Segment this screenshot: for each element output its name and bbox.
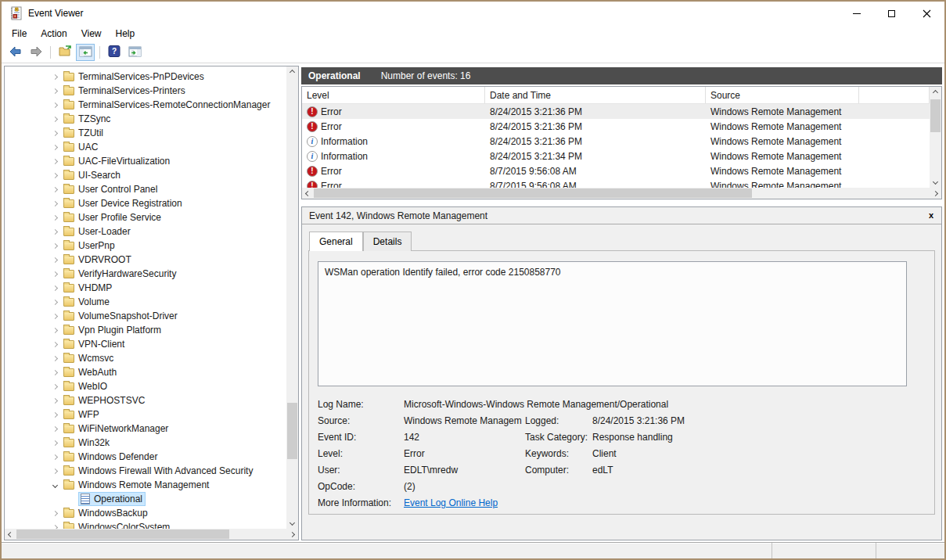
scroll-right-button[interactable] bbox=[286, 529, 298, 540]
menu-help[interactable]: Help bbox=[109, 27, 142, 41]
event-list-vscroll-thumb[interactable] bbox=[930, 99, 941, 132]
tree-item-uac-filevirtualization[interactable]: UAC-FileVirtualization bbox=[5, 154, 286, 168]
tree-item-wfp[interactable]: WFP bbox=[5, 407, 286, 422]
chevron-right-icon[interactable] bbox=[49, 183, 61, 196]
column-header-blank[interactable] bbox=[859, 87, 930, 103]
tab-general[interactable]: General bbox=[309, 232, 363, 251]
tree-item-win32k[interactable]: Win32k bbox=[5, 436, 286, 450]
tree-item-terminalservices-pnpdevices[interactable]: TerminalServices-PnPDevices bbox=[5, 70, 286, 84]
chevron-right-icon[interactable] bbox=[49, 296, 61, 308]
show-hide-console-tree-button[interactable] bbox=[76, 44, 95, 61]
event-row[interactable]: iInformation8/24/2015 3:21:36 PMWindows … bbox=[302, 134, 930, 149]
tree-item-vpn-plugin-platform[interactable]: Vpn Plugin Platform bbox=[5, 323, 286, 337]
chevron-right-icon[interactable] bbox=[49, 99, 61, 111]
chevron-right-icon[interactable] bbox=[49, 84, 61, 97]
back-button[interactable] bbox=[6, 44, 25, 61]
close-button[interactable] bbox=[909, 2, 944, 25]
chevron-right-icon[interactable] bbox=[49, 225, 61, 238]
chevron-right-icon[interactable] bbox=[49, 239, 61, 252]
tree-item-userpnp[interactable]: UserPnp bbox=[5, 239, 286, 253]
help-button[interactable]: ? bbox=[105, 44, 124, 61]
scroll-left-button[interactable] bbox=[5, 529, 16, 540]
scroll-right-button[interactable] bbox=[930, 188, 941, 199]
tree-item-vdrvroot[interactable]: VDRVROOT bbox=[5, 253, 286, 267]
chevron-right-icon[interactable] bbox=[49, 338, 61, 350]
chevron-right-icon[interactable] bbox=[49, 141, 61, 153]
chevron-right-icon[interactable] bbox=[49, 521, 61, 529]
tree-item-wephostsvc[interactable]: WEPHOSTSVC bbox=[5, 393, 286, 407]
chevron-right-icon[interactable] bbox=[49, 436, 61, 449]
tree-item-user-device-registration[interactable]: User Device Registration bbox=[5, 196, 286, 210]
column-header-source[interactable]: Source bbox=[706, 87, 859, 103]
chevron-right-icon[interactable] bbox=[49, 127, 61, 139]
tree-item-wcmsvc[interactable]: Wcmsvc bbox=[5, 351, 286, 365]
event-row[interactable]: !Error8/7/2015 9:56:08 AMWindows Remote … bbox=[302, 163, 930, 178]
event-log-online-help-link[interactable]: Event Log Online Help bbox=[404, 497, 928, 508]
tree-item-windows-defender[interactable]: Windows Defender bbox=[5, 450, 286, 464]
chevron-right-icon[interactable] bbox=[49, 70, 61, 83]
chevron-right-icon[interactable] bbox=[49, 282, 61, 294]
tree-item-volume[interactable]: Volume bbox=[5, 295, 286, 309]
chevron-right-icon[interactable] bbox=[49, 324, 61, 336]
tree-item-windows-remote-management[interactable]: Windows Remote Management bbox=[5, 478, 286, 492]
chevron-right-icon[interactable] bbox=[49, 422, 61, 435]
menu-view[interactable]: View bbox=[74, 27, 109, 41]
event-list-horizontal-scrollbar[interactable] bbox=[302, 188, 941, 199]
maximize-button[interactable] bbox=[874, 2, 909, 25]
tree-item-vhdmp[interactable]: VHDMP bbox=[5, 281, 286, 295]
tree-item-webio[interactable]: WebIO bbox=[5, 379, 286, 393]
scroll-left-button[interactable] bbox=[302, 188, 314, 199]
tree-item-verifyhardwaresecurity[interactable]: VerifyHardwareSecurity bbox=[5, 267, 286, 281]
event-list-vertical-scrollbar[interactable] bbox=[930, 87, 941, 188]
chevron-right-icon[interactable] bbox=[49, 211, 61, 224]
scroll-down-button[interactable] bbox=[286, 517, 298, 529]
tree-item-tzutil[interactable]: TZUtil bbox=[5, 126, 286, 140]
chevron-right-icon[interactable] bbox=[49, 394, 61, 407]
scroll-up-button[interactable] bbox=[286, 66, 298, 78]
event-row[interactable]: !Error8/24/2015 3:21:36 PMWindows Remote… bbox=[302, 119, 930, 134]
chevron-right-icon[interactable] bbox=[49, 267, 61, 280]
scroll-down-button[interactable] bbox=[930, 176, 941, 188]
tree-horizontal-scrollbar[interactable] bbox=[5, 529, 298, 540]
tree-item-terminalservices-remoteconnectionmanager[interactable]: TerminalServices-RemoteConnectionManager bbox=[5, 98, 286, 112]
preview-close-button[interactable]: x bbox=[929, 211, 933, 220]
chevron-right-icon[interactable] bbox=[49, 507, 61, 519]
tree-item-uac[interactable]: UAC bbox=[5, 140, 286, 154]
tree-item-ui-search[interactable]: UI-Search bbox=[5, 168, 286, 182]
tree-item-volumesnapshot-driver[interactable]: VolumeSnapshot-Driver bbox=[5, 309, 286, 323]
tree-item-windowscolorsystem[interactable]: WindowsColorSystem bbox=[5, 520, 286, 529]
chevron-right-icon[interactable] bbox=[49, 408, 61, 421]
forward-button[interactable] bbox=[27, 44, 45, 61]
chevron-down-icon[interactable] bbox=[49, 479, 61, 491]
column-header-date-and-time[interactable]: Date and Time bbox=[485, 87, 706, 103]
tree-item-webauth[interactable]: WebAuth bbox=[5, 365, 286, 379]
tree-item-terminalservices-printers[interactable]: TerminalServices-Printers bbox=[5, 84, 286, 98]
tree-item-windows-firewall-with-advanced-security[interactable]: Windows Firewall With Advanced Security bbox=[5, 464, 286, 478]
tree-item-user-profile-service[interactable]: User Profile Service bbox=[5, 210, 286, 224]
tree-item-vpn-client[interactable]: VPN-Client bbox=[5, 337, 286, 351]
tree-hscroll-thumb[interactable] bbox=[16, 529, 229, 539]
chevron-right-icon[interactable] bbox=[49, 155, 61, 167]
scroll-up-button[interactable] bbox=[930, 87, 941, 99]
tree-item-tzsync[interactable]: TZSync bbox=[5, 112, 286, 126]
open-saved-log-button[interactable] bbox=[56, 44, 74, 61]
tree-item-user-loader[interactable]: User-Loader bbox=[5, 224, 286, 239]
chevron-right-icon[interactable] bbox=[49, 310, 61, 322]
tree-item-operational[interactable]: Operational bbox=[5, 492, 286, 506]
chevron-right-icon[interactable] bbox=[49, 253, 61, 266]
chevron-right-icon[interactable] bbox=[49, 197, 61, 210]
column-header-level[interactable]: Level bbox=[302, 87, 485, 103]
tree-vscroll-thumb[interactable] bbox=[287, 403, 297, 459]
event-row[interactable]: iInformation8/24/2015 3:21:34 PMWindows … bbox=[302, 149, 930, 163]
chevron-right-icon[interactable] bbox=[49, 352, 61, 364]
chevron-right-icon[interactable] bbox=[49, 380, 61, 393]
minimize-button[interactable] bbox=[839, 2, 874, 25]
chevron-right-icon[interactable] bbox=[49, 465, 61, 477]
tree-item-wifinetworkmanager[interactable]: WiFiNetworkManager bbox=[5, 422, 286, 436]
tree-vertical-scrollbar[interactable] bbox=[286, 66, 298, 529]
tree-item-user-control-panel[interactable]: User Control Panel bbox=[5, 182, 286, 196]
menu-file[interactable]: File bbox=[5, 27, 34, 41]
menu-action[interactable]: Action bbox=[34, 27, 74, 41]
event-list-hscroll-thumb[interactable] bbox=[314, 188, 752, 198]
chevron-right-icon[interactable] bbox=[49, 113, 61, 125]
